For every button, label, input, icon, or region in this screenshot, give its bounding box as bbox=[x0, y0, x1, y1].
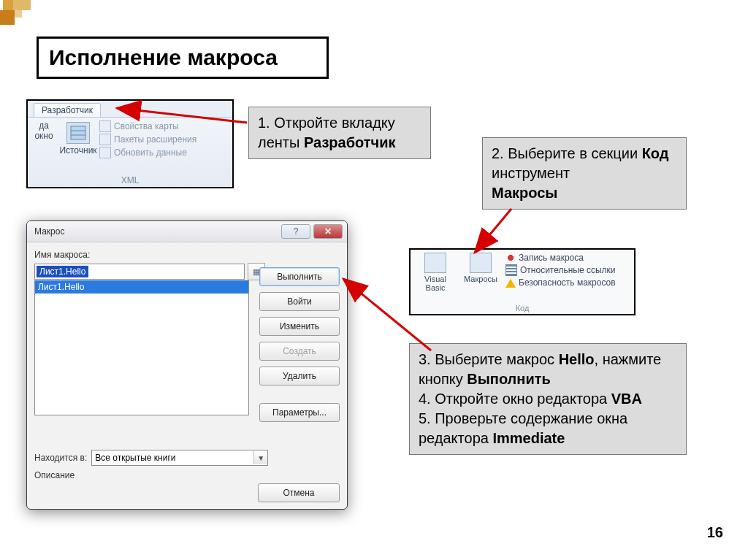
location-row: Находится в: Все открытые книги ▼ bbox=[34, 450, 268, 466]
tab-developer[interactable]: Разработчик bbox=[34, 103, 101, 117]
svg-line-4 bbox=[475, 209, 511, 253]
item-relative-references[interactable]: Относительные ссылки bbox=[505, 264, 616, 276]
page-title: Исполнение макроса bbox=[37, 37, 329, 79]
location-combo[interactable]: Все открытые книги ▼ bbox=[91, 450, 268, 466]
callout-bold: VBA bbox=[611, 391, 642, 407]
properties-icon bbox=[99, 120, 111, 132]
ribbon-item-expansion-packs[interactable]: Пакеты расширения bbox=[99, 134, 196, 145]
xml-source-icon bbox=[66, 122, 90, 144]
callout-step-2: 2. Выберите в секции Код инструмент Макр… bbox=[482, 137, 687, 210]
item-macro-security[interactable]: Безопасность макросов bbox=[505, 277, 616, 288]
button-label: Visual Basic bbox=[415, 275, 456, 292]
chevron-down-icon: ▼ bbox=[253, 451, 267, 464]
callout-bold: Hello bbox=[559, 351, 595, 367]
ribbon-group-name: XML bbox=[28, 175, 232, 185]
button-visual-basic[interactable]: Visual Basic bbox=[415, 253, 456, 292]
left-partial-1: да bbox=[39, 120, 49, 131]
ribbon-source-button[interactable]: Источник bbox=[58, 120, 98, 156]
location-label: Находится в: bbox=[34, 453, 87, 463]
create-button[interactable]: Создать bbox=[259, 342, 340, 361]
callout-text: 4. Откройте окно редактора bbox=[419, 391, 611, 407]
grid-icon bbox=[505, 264, 517, 276]
description-label: Описание bbox=[34, 470, 75, 480]
ribbon-left-partial: да окно bbox=[31, 120, 57, 141]
item-record-macro[interactable]: Запись макроса bbox=[505, 253, 616, 263]
dialog-close-button[interactable]: ✕ bbox=[313, 224, 343, 239]
item-label: Безопасность макросов bbox=[519, 277, 616, 288]
macro-name-value: Лист1.Hello bbox=[37, 266, 88, 277]
cancel-button[interactable]: Отмена bbox=[258, 483, 340, 502]
button-macros[interactable]: Макросы bbox=[460, 253, 501, 283]
page-number: 16 bbox=[707, 524, 723, 541]
execute-button[interactable]: Выполнить bbox=[259, 267, 340, 286]
button-label: Изменить bbox=[280, 321, 319, 331]
callout-step-345: 3. Выберите макрос Hello, нажмите кнопку… bbox=[409, 343, 687, 455]
visual-basic-icon bbox=[424, 253, 446, 273]
code-body: Visual Basic Макросы Запись макроса Отно… bbox=[411, 250, 634, 307]
page-number-text: 16 bbox=[707, 524, 723, 540]
ribbon-code-fragment: Visual Basic Макросы Запись макроса Отно… bbox=[409, 248, 636, 315]
ribbon-item-label: Пакеты расширения bbox=[114, 134, 196, 145]
callout-text: 3. Выберите макрос bbox=[419, 351, 559, 367]
ribbon-items: Свойства карты Пакеты расширения Обновит… bbox=[99, 120, 196, 158]
list-item[interactable]: Лист1.Hello bbox=[35, 280, 248, 294]
close-icon: ✕ bbox=[324, 226, 332, 237]
combo-value: Все открытые книги bbox=[95, 453, 175, 463]
ribbon-button-label: Источник bbox=[59, 145, 96, 156]
record-icon bbox=[505, 253, 516, 263]
tab-label: Разработчик bbox=[42, 105, 93, 115]
button-label: Макросы bbox=[464, 275, 497, 283]
macro-listbox[interactable]: Лист1.Hello bbox=[34, 280, 249, 415]
button-label: Создать bbox=[283, 346, 316, 356]
dialog-title: Макрос bbox=[34, 226, 278, 237]
item-label: Запись макроса bbox=[519, 253, 584, 263]
parameters-button[interactable]: Параметры... bbox=[259, 403, 340, 422]
ribbon-item-label: Свойства карты bbox=[114, 121, 179, 131]
refresh-icon bbox=[99, 147, 111, 158]
ribbon-item-refresh-data[interactable]: Обновить данные bbox=[99, 147, 196, 158]
button-label: Удалить bbox=[283, 371, 316, 381]
item-label: Относительные ссылки bbox=[520, 265, 616, 275]
dialog-button-column: Выполнить Войти Изменить Создать Удалить… bbox=[259, 267, 340, 422]
delete-button[interactable]: Удалить bbox=[259, 367, 340, 386]
callout-text: 2. Выберите в секции bbox=[492, 145, 642, 161]
macro-dialog: Макрос ? ✕ Имя макроса: Лист1.Hello ▦ Ли… bbox=[26, 220, 348, 510]
callout-bold: Immediate bbox=[492, 430, 565, 446]
ribbon-xml-fragment: Разработчик да окно Источник Свойства ка… bbox=[26, 99, 234, 188]
help-icon: ? bbox=[294, 226, 299, 237]
page-title-text: Исполнение макроса bbox=[49, 45, 278, 70]
callout-bold: Код bbox=[642, 145, 669, 161]
macro-name-label: Имя макроса: bbox=[34, 250, 340, 260]
svg-rect-0 bbox=[71, 126, 85, 139]
callout-step-1: 1. Откройте вкладку ленты Разработчик bbox=[248, 107, 431, 159]
code-small-items: Запись макроса Относительные ссылки Безо… bbox=[505, 253, 616, 288]
button-label: Параметры... bbox=[272, 407, 327, 418]
package-icon bbox=[99, 134, 111, 145]
macro-name-input[interactable]: Лист1.Hello bbox=[34, 264, 245, 280]
callout-bold: Макросы bbox=[492, 185, 557, 201]
button-label: Войти bbox=[287, 296, 312, 307]
ribbon-tab-row: Разработчик bbox=[28, 101, 232, 118]
edit-button[interactable]: Изменить bbox=[259, 317, 340, 336]
code-group-name: Код bbox=[411, 304, 634, 312]
dialog-body: Имя макроса: Лист1.Hello ▦ Лист1.Hello В… bbox=[27, 242, 347, 510]
callout-bold: Выполнить bbox=[467, 371, 551, 387]
callout-bold: Разработчик bbox=[304, 134, 396, 150]
dialog-help-button[interactable]: ? bbox=[281, 224, 310, 239]
decorative-corner bbox=[0, 0, 44, 29]
dialog-titlebar[interactable]: Макрос ? ✕ bbox=[27, 221, 347, 242]
dialog-footer: Отмена bbox=[258, 483, 340, 502]
ribbon-body: да окно Источник Свойства карты Пакеты р… bbox=[28, 118, 232, 177]
callout-text: инструмент bbox=[492, 165, 570, 181]
button-label: Отмена bbox=[283, 488, 314, 498]
ribbon-item-label: Обновить данные bbox=[114, 147, 187, 158]
step-in-button[interactable]: Войти bbox=[259, 292, 340, 311]
ribbon-item-map-properties[interactable]: Свойства карты bbox=[99, 120, 196, 132]
macros-icon bbox=[470, 253, 492, 273]
warning-icon bbox=[505, 279, 516, 288]
list-item-label: Лист1.Hello bbox=[38, 282, 84, 292]
left-partial-2: окно bbox=[34, 131, 53, 141]
button-label: Выполнить bbox=[277, 272, 322, 282]
